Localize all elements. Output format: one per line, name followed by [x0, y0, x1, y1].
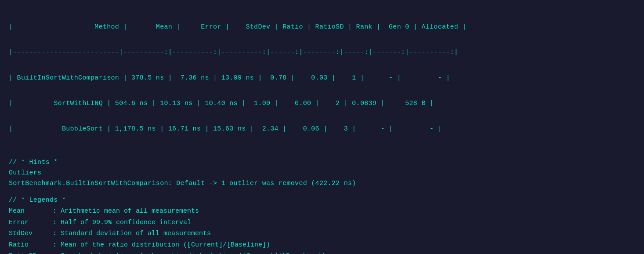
legend-error-key: Error [9, 217, 53, 229]
legend-stddev: StdDev : Standard deviation of all measu… [9, 228, 635, 239]
outliers-label: Outliers [9, 168, 635, 178]
legend-error: Error : Half of 99.9% confidence interva… [9, 217, 635, 229]
legends-comment: // * Legends * [9, 195, 635, 206]
legend-mean: Mean : Arithmetic mean of all measuremen… [9, 206, 635, 217]
benchmark-table: | Method | Mean | Error | StdDev | Ratio… [9, 7, 635, 149]
table-separator: |--------------------------|----------:|… [9, 47, 635, 58]
legend-ratio: Ratio : Mean of the ratio distribution (… [9, 239, 635, 251]
legend-mean-value: : Arithmetic mean of all measurements [53, 206, 199, 217]
legend-ratiosd: RatioSD : Standard deviation of the rati… [9, 250, 635, 254]
benchmark-output: | Method | Mean | Error | StdDev | Ratio… [9, 7, 635, 254]
table-row-2: | SortWithLINQ | 504.6 ns | 10.13 ns | 1… [9, 98, 635, 109]
legends-section: // * Legends * Mean : Arithmetic mean of… [9, 195, 635, 254]
legend-error-value: : Half of 99.9% confidence interval [53, 217, 191, 229]
legend-ratio-key: Ratio [9, 239, 53, 251]
legend-mean-key: Mean [9, 206, 53, 217]
outlier-detail: SortBenchmark.BuiltInSortWithComparison:… [9, 178, 635, 189]
table-row-1: | BuiltInSortWithComparison | 378.5 ns |… [9, 73, 635, 83]
legend-ratiosd-value: : Standard deviation of the ratio distri… [53, 250, 326, 254]
legend-stddev-value: : Standard deviation of all measurements [53, 228, 211, 239]
table-row-3: | BubbleSort | 1,178.5 ns | 16.71 ns | 1… [9, 124, 635, 134]
legend-stddev-key: StdDev [9, 228, 53, 239]
legend-ratio-value: : Mean of the ratio distribution ([Curre… [53, 239, 270, 251]
hints-comment: // * Hints * [9, 157, 635, 168]
table-header: | Method | Mean | Error | StdDev | Ratio… [9, 22, 635, 33]
legend-ratiosd-key: RatioSD [9, 250, 53, 254]
hints-section: // * Hints * Outliers SortBenchmark.Buil… [9, 157, 635, 189]
